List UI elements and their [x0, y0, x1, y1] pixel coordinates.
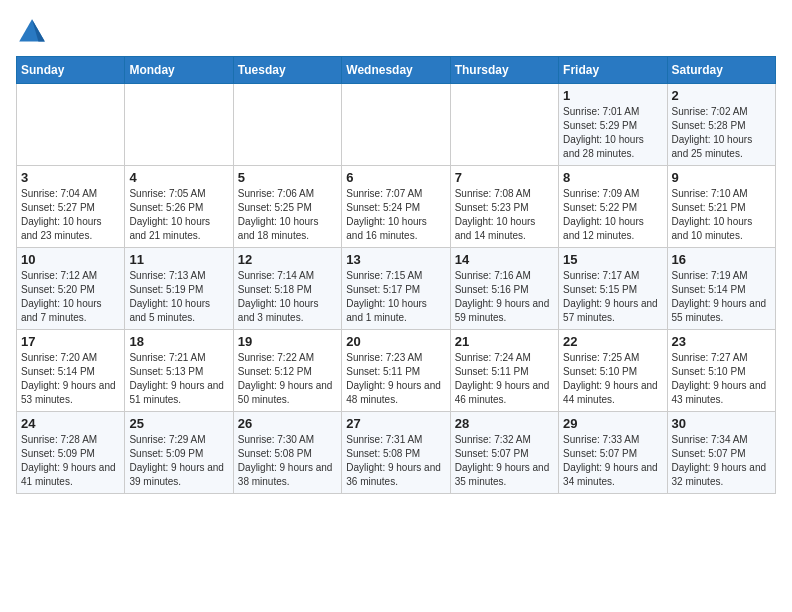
- day-number: 21: [455, 334, 554, 349]
- day-number: 22: [563, 334, 662, 349]
- weekday-header: Wednesday: [342, 57, 450, 84]
- day-info: Sunrise: 7:28 AM Sunset: 5:09 PM Dayligh…: [21, 433, 120, 489]
- day-number: 23: [672, 334, 771, 349]
- calendar-cell: 23Sunrise: 7:27 AM Sunset: 5:10 PM Dayli…: [667, 330, 775, 412]
- logo: [16, 16, 52, 48]
- calendar-cell: 7Sunrise: 7:08 AM Sunset: 5:23 PM Daylig…: [450, 166, 558, 248]
- day-number: 10: [21, 252, 120, 267]
- day-number: 7: [455, 170, 554, 185]
- calendar-cell: 18Sunrise: 7:21 AM Sunset: 5:13 PM Dayli…: [125, 330, 233, 412]
- day-number: 28: [455, 416, 554, 431]
- day-info: Sunrise: 7:05 AM Sunset: 5:26 PM Dayligh…: [129, 187, 228, 243]
- calendar-cell: 11Sunrise: 7:13 AM Sunset: 5:19 PM Dayli…: [125, 248, 233, 330]
- day-number: 3: [21, 170, 120, 185]
- calendar-body: 1Sunrise: 7:01 AM Sunset: 5:29 PM Daylig…: [17, 84, 776, 494]
- calendar-cell: [17, 84, 125, 166]
- calendar-cell: 26Sunrise: 7:30 AM Sunset: 5:08 PM Dayli…: [233, 412, 341, 494]
- calendar-cell: [342, 84, 450, 166]
- calendar-cell: 16Sunrise: 7:19 AM Sunset: 5:14 PM Dayli…: [667, 248, 775, 330]
- day-info: Sunrise: 7:16 AM Sunset: 5:16 PM Dayligh…: [455, 269, 554, 325]
- calendar-week: 1Sunrise: 7:01 AM Sunset: 5:29 PM Daylig…: [17, 84, 776, 166]
- day-info: Sunrise: 7:20 AM Sunset: 5:14 PM Dayligh…: [21, 351, 120, 407]
- weekday-header: Sunday: [17, 57, 125, 84]
- day-info: Sunrise: 7:07 AM Sunset: 5:24 PM Dayligh…: [346, 187, 445, 243]
- day-number: 20: [346, 334, 445, 349]
- calendar-cell: 6Sunrise: 7:07 AM Sunset: 5:24 PM Daylig…: [342, 166, 450, 248]
- day-info: Sunrise: 7:13 AM Sunset: 5:19 PM Dayligh…: [129, 269, 228, 325]
- day-number: 30: [672, 416, 771, 431]
- day-number: 4: [129, 170, 228, 185]
- calendar-cell: 2Sunrise: 7:02 AM Sunset: 5:28 PM Daylig…: [667, 84, 775, 166]
- calendar-cell: [125, 84, 233, 166]
- day-info: Sunrise: 7:17 AM Sunset: 5:15 PM Dayligh…: [563, 269, 662, 325]
- weekday-header: Thursday: [450, 57, 558, 84]
- calendar-cell: 5Sunrise: 7:06 AM Sunset: 5:25 PM Daylig…: [233, 166, 341, 248]
- calendar-cell: 21Sunrise: 7:24 AM Sunset: 5:11 PM Dayli…: [450, 330, 558, 412]
- day-number: 11: [129, 252, 228, 267]
- day-number: 8: [563, 170, 662, 185]
- day-info: Sunrise: 7:24 AM Sunset: 5:11 PM Dayligh…: [455, 351, 554, 407]
- day-number: 5: [238, 170, 337, 185]
- calendar-cell: 9Sunrise: 7:10 AM Sunset: 5:21 PM Daylig…: [667, 166, 775, 248]
- calendar-cell: 20Sunrise: 7:23 AM Sunset: 5:11 PM Dayli…: [342, 330, 450, 412]
- day-number: 12: [238, 252, 337, 267]
- calendar-cell: 24Sunrise: 7:28 AM Sunset: 5:09 PM Dayli…: [17, 412, 125, 494]
- day-number: 13: [346, 252, 445, 267]
- calendar-week: 10Sunrise: 7:12 AM Sunset: 5:20 PM Dayli…: [17, 248, 776, 330]
- weekday-header: Monday: [125, 57, 233, 84]
- day-info: Sunrise: 7:21 AM Sunset: 5:13 PM Dayligh…: [129, 351, 228, 407]
- day-info: Sunrise: 7:33 AM Sunset: 5:07 PM Dayligh…: [563, 433, 662, 489]
- calendar-cell: 4Sunrise: 7:05 AM Sunset: 5:26 PM Daylig…: [125, 166, 233, 248]
- calendar-cell: [233, 84, 341, 166]
- calendar-week: 17Sunrise: 7:20 AM Sunset: 5:14 PM Dayli…: [17, 330, 776, 412]
- calendar-cell: 25Sunrise: 7:29 AM Sunset: 5:09 PM Dayli…: [125, 412, 233, 494]
- calendar-cell: 12Sunrise: 7:14 AM Sunset: 5:18 PM Dayli…: [233, 248, 341, 330]
- day-info: Sunrise: 7:14 AM Sunset: 5:18 PM Dayligh…: [238, 269, 337, 325]
- calendar-cell: 30Sunrise: 7:34 AM Sunset: 5:07 PM Dayli…: [667, 412, 775, 494]
- day-info: Sunrise: 7:32 AM Sunset: 5:07 PM Dayligh…: [455, 433, 554, 489]
- day-info: Sunrise: 7:12 AM Sunset: 5:20 PM Dayligh…: [21, 269, 120, 325]
- day-info: Sunrise: 7:10 AM Sunset: 5:21 PM Dayligh…: [672, 187, 771, 243]
- day-info: Sunrise: 7:19 AM Sunset: 5:14 PM Dayligh…: [672, 269, 771, 325]
- calendar-cell: 22Sunrise: 7:25 AM Sunset: 5:10 PM Dayli…: [559, 330, 667, 412]
- calendar-cell: 8Sunrise: 7:09 AM Sunset: 5:22 PM Daylig…: [559, 166, 667, 248]
- calendar-cell: 17Sunrise: 7:20 AM Sunset: 5:14 PM Dayli…: [17, 330, 125, 412]
- calendar-week: 3Sunrise: 7:04 AM Sunset: 5:27 PM Daylig…: [17, 166, 776, 248]
- day-number: 26: [238, 416, 337, 431]
- day-info: Sunrise: 7:34 AM Sunset: 5:07 PM Dayligh…: [672, 433, 771, 489]
- day-info: Sunrise: 7:27 AM Sunset: 5:10 PM Dayligh…: [672, 351, 771, 407]
- calendar-cell: [450, 84, 558, 166]
- calendar-header: SundayMondayTuesdayWednesdayThursdayFrid…: [17, 57, 776, 84]
- day-info: Sunrise: 7:15 AM Sunset: 5:17 PM Dayligh…: [346, 269, 445, 325]
- day-number: 1: [563, 88, 662, 103]
- day-info: Sunrise: 7:22 AM Sunset: 5:12 PM Dayligh…: [238, 351, 337, 407]
- day-number: 15: [563, 252, 662, 267]
- day-info: Sunrise: 7:25 AM Sunset: 5:10 PM Dayligh…: [563, 351, 662, 407]
- day-number: 14: [455, 252, 554, 267]
- day-number: 6: [346, 170, 445, 185]
- day-number: 16: [672, 252, 771, 267]
- weekday-header: Tuesday: [233, 57, 341, 84]
- calendar-cell: 15Sunrise: 7:17 AM Sunset: 5:15 PM Dayli…: [559, 248, 667, 330]
- day-number: 17: [21, 334, 120, 349]
- day-number: 24: [21, 416, 120, 431]
- calendar-cell: 28Sunrise: 7:32 AM Sunset: 5:07 PM Dayli…: [450, 412, 558, 494]
- day-number: 27: [346, 416, 445, 431]
- day-info: Sunrise: 7:02 AM Sunset: 5:28 PM Dayligh…: [672, 105, 771, 161]
- calendar-week: 24Sunrise: 7:28 AM Sunset: 5:09 PM Dayli…: [17, 412, 776, 494]
- calendar-cell: 19Sunrise: 7:22 AM Sunset: 5:12 PM Dayli…: [233, 330, 341, 412]
- calendar-cell: 27Sunrise: 7:31 AM Sunset: 5:08 PM Dayli…: [342, 412, 450, 494]
- day-info: Sunrise: 7:01 AM Sunset: 5:29 PM Dayligh…: [563, 105, 662, 161]
- calendar-cell: 29Sunrise: 7:33 AM Sunset: 5:07 PM Dayli…: [559, 412, 667, 494]
- calendar-cell: 13Sunrise: 7:15 AM Sunset: 5:17 PM Dayli…: [342, 248, 450, 330]
- day-info: Sunrise: 7:30 AM Sunset: 5:08 PM Dayligh…: [238, 433, 337, 489]
- calendar-cell: 1Sunrise: 7:01 AM Sunset: 5:29 PM Daylig…: [559, 84, 667, 166]
- day-info: Sunrise: 7:31 AM Sunset: 5:08 PM Dayligh…: [346, 433, 445, 489]
- day-info: Sunrise: 7:23 AM Sunset: 5:11 PM Dayligh…: [346, 351, 445, 407]
- day-number: 9: [672, 170, 771, 185]
- day-info: Sunrise: 7:08 AM Sunset: 5:23 PM Dayligh…: [455, 187, 554, 243]
- day-info: Sunrise: 7:04 AM Sunset: 5:27 PM Dayligh…: [21, 187, 120, 243]
- logo-icon: [16, 16, 48, 48]
- weekday-header: Saturday: [667, 57, 775, 84]
- calendar-cell: 14Sunrise: 7:16 AM Sunset: 5:16 PM Dayli…: [450, 248, 558, 330]
